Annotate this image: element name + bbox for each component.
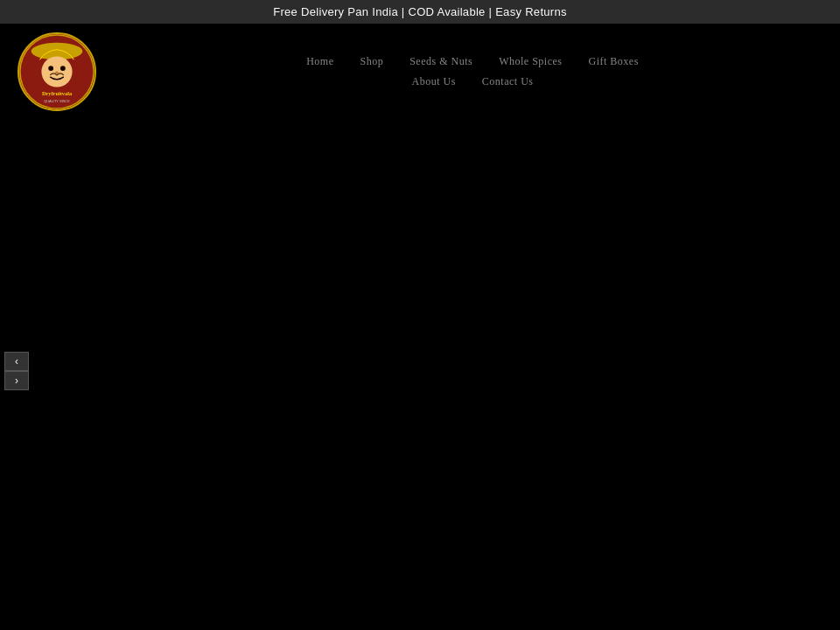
logo-circle: Dryfruitvala QUALITY SINCE xyxy=(18,32,96,111)
svg-point-4 xyxy=(60,66,66,71)
prev-arrow-icon: ‹ xyxy=(15,355,18,368)
nav-gift-boxes[interactable]: Gift Boxes xyxy=(589,55,639,68)
nav-area: Home Shop Seeds & Nuts Whole Spices Gift… xyxy=(122,52,822,92)
nav-row-2: About Us Contact Us xyxy=(411,75,533,88)
nav-contact-us[interactable]: Contact Us xyxy=(482,75,534,88)
nav-seeds-nuts[interactable]: Seeds & Nuts xyxy=(410,55,472,68)
nav-about-us[interactable]: About Us xyxy=(411,75,455,88)
svg-text:Dryfruitvala: Dryfruitvala xyxy=(42,90,73,96)
announcement-text: Free Delivery Pan India | COD Available … xyxy=(273,5,567,18)
logo-svg: Dryfruitvala QUALITY SINCE xyxy=(19,33,94,110)
slider-prev-button[interactable]: ‹ xyxy=(4,352,29,371)
logo-area[interactable]: Dryfruitvala QUALITY SINCE xyxy=(18,32,96,111)
nav-home[interactable]: Home xyxy=(306,55,333,68)
announcement-bar: Free Delivery Pan India | COD Available … xyxy=(0,0,840,24)
svg-text:QUALITY SINCE: QUALITY SINCE xyxy=(44,99,70,103)
slider-container: ‹ › xyxy=(0,120,840,621)
nav-row-1: Home Shop Seeds & Nuts Whole Spices Gift… xyxy=(306,55,639,68)
slider-next-button[interactable]: › xyxy=(4,371,29,390)
slider-arrows: ‹ › xyxy=(4,352,29,390)
svg-point-3 xyxy=(48,66,53,71)
next-arrow-icon: › xyxy=(15,374,18,387)
nav-whole-spices[interactable]: Whole Spices xyxy=(499,55,562,68)
svg-point-5 xyxy=(55,72,59,74)
nav-shop[interactable]: Shop xyxy=(360,55,383,68)
header: Dryfruitvala QUALITY SINCE Home Shop See… xyxy=(0,24,840,120)
main-content: ‹ › xyxy=(0,120,840,621)
